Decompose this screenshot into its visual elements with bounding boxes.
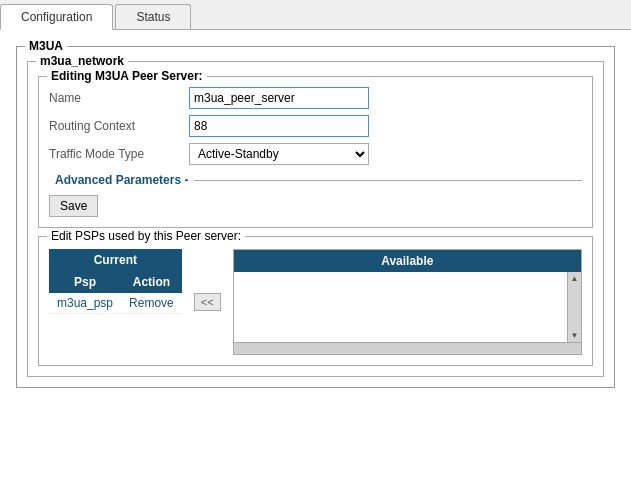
current-header: Current	[49, 249, 182, 271]
psp-col-header: Psp	[49, 271, 121, 293]
available-header: Available	[234, 250, 581, 272]
available-scrollbar[interactable]: ▲ ▼	[567, 272, 581, 342]
traffic-mode-row: Traffic Mode Type Active-Standby Overrid…	[49, 143, 582, 165]
editing-group: Editing M3UA Peer Server: Name Routing C…	[38, 76, 593, 228]
action-col-header: Action	[121, 271, 182, 293]
routing-context-input[interactable]	[189, 115, 369, 137]
current-table: Current Psp Action m3ua_psp	[49, 249, 182, 314]
network-group: m3ua_network Editing M3UA Peer Server: N…	[27, 61, 604, 377]
transfer-left-button[interactable]: <<	[194, 293, 221, 311]
psp-link[interactable]: m3ua_psp	[57, 296, 113, 310]
scroll-down-icon[interactable]: ▼	[571, 331, 579, 340]
psp-cell: m3ua_psp	[49, 293, 121, 314]
name-label: Name	[49, 91, 189, 105]
advanced-params-row: Advanced Parameters -	[49, 173, 582, 187]
advanced-params-line	[194, 180, 582, 181]
main-content: M3UA m3ua_network Editing M3UA Peer Serv…	[0, 30, 631, 404]
psp-section: Edit PSPs used by this Peer server: Curr…	[38, 236, 593, 366]
available-list	[234, 272, 567, 342]
transfer-button-area: <<	[194, 293, 221, 311]
tab-status[interactable]: Status	[115, 4, 191, 29]
routing-context-row: Routing Context	[49, 115, 582, 137]
advanced-params-label[interactable]: Advanced Parameters -	[49, 173, 194, 187]
editing-legend: Editing M3UA Peer Server:	[47, 69, 207, 83]
tabs-bar: Configuration Status	[0, 0, 631, 30]
traffic-mode-label: Traffic Mode Type	[49, 147, 189, 161]
m3ua-group: M3UA m3ua_network Editing M3UA Peer Serv…	[16, 46, 615, 388]
remove-link[interactable]: Remove	[129, 296, 174, 310]
name-input[interactable]	[189, 87, 369, 109]
network-legend: m3ua_network	[36, 54, 128, 68]
m3ua-legend: M3UA	[25, 39, 67, 53]
table-row: m3ua_psp Remove	[49, 293, 182, 314]
psp-legend: Edit PSPs used by this Peer server:	[47, 229, 245, 243]
psp-content: Current Psp Action m3ua_psp	[49, 249, 582, 355]
available-container: Available ▲ ▼	[233, 249, 582, 355]
action-cell: Remove	[121, 293, 182, 314]
tab-configuration[interactable]: Configuration	[0, 4, 113, 30]
name-row: Name	[49, 87, 582, 109]
routing-context-label: Routing Context	[49, 119, 189, 133]
scroll-up-icon[interactable]: ▲	[571, 274, 579, 283]
save-button[interactable]: Save	[49, 195, 98, 217]
available-row: ▲ ▼	[234, 272, 581, 342]
available-footer	[234, 342, 581, 354]
traffic-mode-select[interactable]: Active-Standby Override Loadshare Broadc…	[189, 143, 369, 165]
